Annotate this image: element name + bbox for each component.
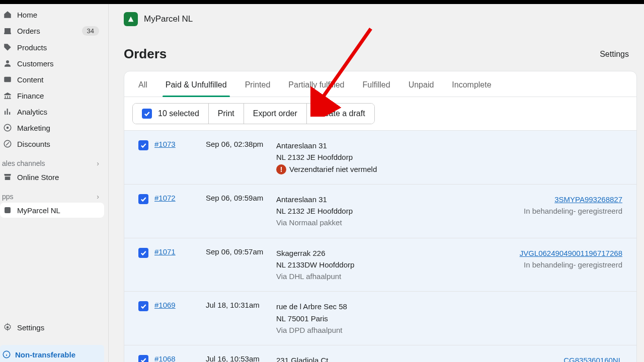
store-icon — [3, 172, 12, 182]
puzzle-icon — [3, 206, 12, 215]
order-id-link[interactable]: #1068 — [154, 354, 176, 362]
address-line1: Skagerrak 226 — [276, 247, 497, 259]
svg-point-6 — [7, 127, 9, 129]
row-checkbox[interactable] — [138, 301, 148, 311]
app-title: MyParcel NL — [144, 14, 193, 24]
tab-partially-fulfilled[interactable]: Partially fulfilled — [288, 80, 344, 97]
info-icon — [2, 350, 11, 359]
inbox-icon — [3, 27, 12, 36]
svg-rect-2 — [5, 111, 6, 115]
row-checkbox[interactable] — [138, 355, 148, 362]
nav-content[interactable]: Content — [0, 72, 104, 87]
bars-icon — [3, 107, 12, 116]
nav-customers[interactable]: Customers — [0, 56, 104, 71]
order-id-link[interactable]: #1069 — [154, 301, 176, 309]
nav-orders[interactable]: Orders 34 — [0, 23, 104, 39]
tab-unpaid[interactable]: Unpaid — [409, 80, 434, 97]
window-topbar — [0, 0, 644, 4]
nav-label: Analytics — [17, 108, 99, 116]
non-transferable-label: Non-transferable — [15, 350, 75, 359]
home-icon — [3, 10, 12, 19]
row-checkbox[interactable] — [138, 248, 148, 258]
tracking-link[interactable]: JVGL06249049001196717268 — [520, 249, 622, 257]
status-text: In behandeling- geregistreerd — [497, 205, 622, 217]
order-row[interactable]: #1071 Sep 06, 09:57am Skagerrak 226 NL 2… — [124, 238, 636, 292]
svg-point-9 — [7, 326, 9, 329]
non-transferable-banner[interactable]: Non-transferable — [0, 345, 104, 362]
nav-finance[interactable]: Finance — [0, 88, 104, 103]
target-icon — [3, 123, 12, 132]
order-date: Sep 06, 09:57am — [206, 247, 276, 256]
order-row[interactable]: #1073 Sep 06, 02:38pm Antareslaan 31 NL … — [124, 130, 636, 184]
address-line1: Antareslaan 31 — [276, 194, 497, 205]
tab-printed[interactable]: Printed — [245, 80, 271, 97]
nav-label: MyParcel NL — [17, 206, 60, 215]
address-line2: NL 75001 Paris — [276, 313, 497, 324]
row-checkbox[interactable] — [138, 140, 148, 150]
order-date: Sep 06, 09:59am — [206, 194, 276, 202]
bulk-action-bar: 10 selected Print Export order Create a … — [124, 97, 636, 130]
order-row[interactable]: #1069 Jul 18, 10:31am rue de l Arbre Sec… — [124, 291, 636, 345]
order-id-link[interactable]: #1071 — [154, 247, 176, 256]
tabs-bar: All Paid & Unfulfilled Printed Partially… — [124, 71, 636, 97]
gear-icon — [3, 323, 12, 332]
tracking-link[interactable]: CG835360160NL — [564, 356, 622, 362]
tag-icon — [3, 43, 12, 52]
sales-channels-header[interactable]: ales channels › — [0, 154, 104, 169]
tracking-link[interactable]: 3SMYPA993268827 — [554, 195, 622, 204]
nav-label: Marketing — [17, 124, 99, 132]
page-settings-link[interactable]: Settings — [600, 50, 629, 59]
nav-label: Content — [17, 75, 99, 84]
tab-incomplete[interactable]: Incomplete — [452, 80, 491, 97]
nav-products[interactable]: Products — [0, 40, 104, 55]
svg-point-0 — [6, 60, 9, 63]
nav-label: Discounts — [17, 140, 99, 148]
nav-online-store[interactable]: Online Store — [0, 169, 104, 185]
orders-list: #1073 Sep 06, 02:38pm Antareslaan 31 NL … — [124, 130, 636, 362]
warning-text: Verzendtarief niet vermeld — [289, 165, 377, 173]
nav-label: Orders — [17, 27, 77, 35]
nav-home[interactable]: Home — [0, 7, 104, 22]
image-icon — [3, 75, 12, 84]
svg-rect-1 — [4, 77, 11, 82]
address-line2: NL 2132 JE Hoofddorp — [276, 151, 497, 163]
svg-rect-3 — [7, 109, 8, 115]
export-order-button[interactable]: Export order — [244, 104, 307, 124]
select-all-checkbox[interactable] — [142, 109, 152, 119]
nav-label: Finance — [17, 92, 99, 100]
tab-paid-unfulfilled[interactable]: Paid & Unfulfilled — [166, 80, 227, 97]
nav-settings[interactable]: Settings — [0, 319, 104, 336]
order-id-link[interactable]: #1073 — [154, 140, 176, 148]
create-draft-button[interactable]: Create a draft — [307, 104, 374, 124]
tab-fulfilled[interactable]: Fulfilled — [362, 80, 390, 97]
order-row[interactable]: #1072 Sep 06, 09:59am Antareslaan 31 NL … — [124, 184, 636, 238]
address-line1: 231 Gladiola Ct — [276, 354, 497, 362]
page-title: Orders — [124, 46, 167, 62]
select-all-segment[interactable]: 10 selected — [133, 104, 209, 124]
shipping-via: Via DPD afhaalpunt — [276, 324, 497, 336]
chevron-right-icon: › — [97, 193, 99, 201]
app-header: MyParcel NL — [109, 4, 644, 34]
address-line2: NL 2133DW Hoofddorp — [276, 259, 497, 270]
row-checkbox[interactable] — [138, 194, 148, 204]
address-line1: Antareslaan 31 — [276, 140, 497, 151]
nav-analytics[interactable]: Analytics — [0, 104, 104, 119]
tab-all[interactable]: All — [138, 80, 147, 97]
main-content: MyParcel NL Orders Settings All Paid & U… — [109, 4, 644, 362]
order-date: Sep 06, 02:38pm — [206, 140, 276, 148]
myparcel-logo-icon — [124, 12, 138, 26]
section-label: pps — [2, 193, 14, 201]
address-line1: rue de l Arbre Sec 58 — [276, 301, 497, 312]
warning-icon: ! — [276, 164, 286, 174]
nav-discounts[interactable]: Discounts — [0, 136, 104, 151]
print-button[interactable]: Print — [209, 104, 244, 124]
nav-app-myparcel[interactable]: MyParcel NL — [0, 203, 104, 218]
apps-header[interactable]: pps › — [0, 188, 104, 203]
order-id-link[interactable]: #1072 — [154, 194, 176, 202]
order-row[interactable]: #1068 Jul 16, 10:53am 231 Gladiola Ct US… — [124, 345, 636, 362]
nav-marketing[interactable]: Marketing — [0, 120, 104, 135]
settings-label: Settings — [17, 323, 44, 332]
order-date: Jul 18, 10:31am — [206, 301, 276, 309]
address-line2: NL 2132 JE Hoofddorp — [276, 205, 497, 217]
chevron-right-icon: › — [97, 159, 99, 167]
